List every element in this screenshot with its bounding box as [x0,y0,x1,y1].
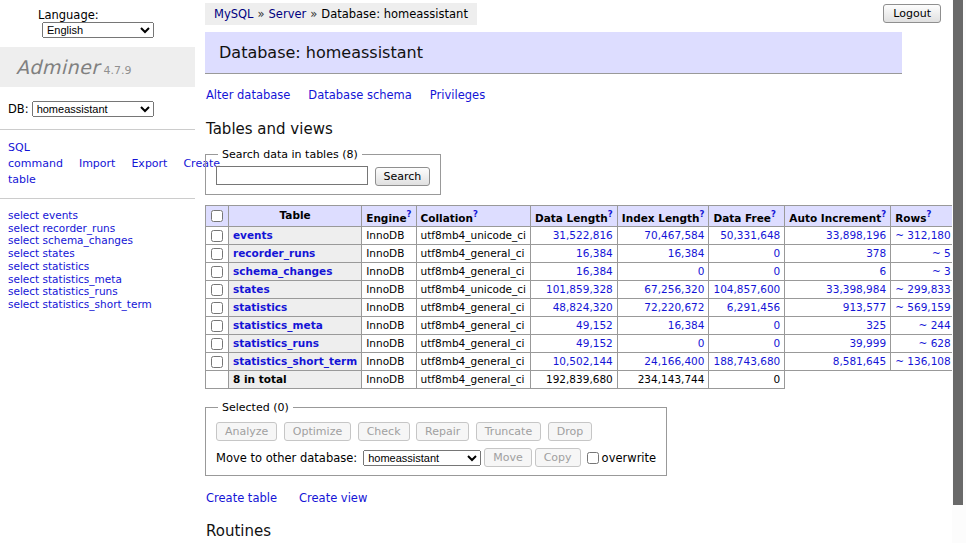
auto-increment-value[interactable]: 33,898,196 [826,229,886,241]
move-row: Move to other database: homeassistant Mo… [216,448,656,467]
row-checkbox[interactable] [211,266,223,278]
select-all-checkbox[interactable] [211,210,223,222]
data-length-value[interactable]: 101,859,328 [546,283,613,295]
auto-increment-value[interactable]: 378 [866,247,886,259]
rows-count-value[interactable]: ~ 299,833 [895,283,951,295]
check-button[interactable]: Check [358,422,410,441]
create-view-link[interactable]: Create view [299,491,367,505]
data-length-value[interactable]: 16,384 [576,265,613,277]
data-free-value[interactable]: 50,331,648 [720,229,780,241]
drop-button[interactable]: Drop [548,422,592,441]
db-select[interactable]: homeassistant [32,101,154,117]
rows-count-value[interactable]: ~ 5 [932,247,951,259]
index-length-value[interactable]: 0 [698,265,705,277]
auto-increment-value[interactable]: 33,398,984 [826,283,886,295]
help-icon[interactable]: ? [407,209,412,219]
database-schema-link[interactable]: Database schema [308,88,411,102]
import-link[interactable]: Import [79,157,116,170]
data-length-value[interactable]: 49,152 [576,337,613,349]
data-length-value[interactable]: 10,502,144 [553,355,613,367]
index-length-value[interactable]: 16,384 [668,319,705,331]
data-free-value[interactable]: 104,857,600 [713,283,780,295]
rows-count-value[interactable]: ~ 136,108 [895,355,951,367]
breadcrumb-server-link[interactable]: Server [269,7,307,21]
row-checkbox[interactable] [211,356,223,368]
truncate-button[interactable]: Truncate [476,422,541,441]
auto-increment-value[interactable]: 325 [866,319,886,331]
help-icon[interactable]: ? [881,209,886,219]
row-checkbox[interactable] [211,284,223,296]
sidebar-item-select-statistics[interactable]: select statistics [8,260,183,273]
help-icon[interactable]: ? [608,209,613,219]
sidebar-item-select-statistics-meta[interactable]: select statistics_meta [8,273,183,286]
search-button[interactable]: Search [375,167,431,186]
overwrite-checkbox[interactable] [587,452,599,464]
data-length-value[interactable]: 31,522,816 [553,229,613,241]
data-free-value[interactable]: 0 [774,265,781,277]
rows-count-value[interactable]: ~ 3 [932,265,951,277]
row-checkbox[interactable] [211,320,223,332]
help-icon[interactable]: ? [473,209,478,219]
logout-button[interactable]: Logout [883,4,941,23]
language-select[interactable]: English [42,22,154,38]
table-link[interactable]: statistics_runs [233,337,319,349]
rows-count-value[interactable]: ~ 569,159 [895,301,951,313]
auto-increment-value[interactable]: 6 [879,265,886,277]
table-link[interactable]: states [233,283,270,295]
auto-increment-value[interactable]: 39,999 [849,337,886,349]
search-input[interactable] [216,166,368,185]
index-length-value[interactable]: 72,220,672 [644,301,704,313]
sidebar-item-select-recorder-runs[interactable]: select recorder_runs [8,222,183,235]
data-free-value[interactable]: 188,743,680 [713,355,780,367]
create-table-link[interactable]: Create table [206,491,277,505]
optimize-button[interactable]: Optimize [284,422,351,441]
table-link[interactable]: statistics [233,301,287,313]
index-length-value[interactable]: 67,256,320 [644,283,704,295]
rows-count-value[interactable]: ~ 244 [919,319,951,331]
move-database-select[interactable]: homeassistant [363,450,481,466]
auto-increment-value[interactable]: 913,577 [843,301,886,313]
auto-increment-value[interactable]: 8,581,645 [833,355,886,367]
breadcrumb-server-type-link[interactable]: MySQL [214,7,254,21]
sidebar-item-select-events[interactable]: select events [8,209,183,222]
index-length-value[interactable]: 16,384 [668,247,705,259]
data-length-value[interactable]: 49,152 [576,319,613,331]
rows-count-value[interactable]: ~ 312,180 [895,229,951,241]
analyze-button[interactable]: Analyze [216,422,277,441]
sidebar-item-select-statistics-short-term[interactable]: select statistics_short_term [8,298,183,311]
data-free-value[interactable]: 6,291,456 [727,301,780,313]
move-button[interactable]: Move [484,448,532,467]
sidebar-item-select-states[interactable]: select states [8,247,183,260]
scrollbar-track[interactable] [952,0,966,543]
alter-database-link[interactable]: Alter database [206,88,290,102]
row-checkbox[interactable] [211,248,223,260]
data-free-value[interactable]: 0 [774,337,781,349]
data-free-value[interactable]: 0 [774,319,781,331]
index-length-value[interactable]: 70,467,584 [644,229,704,241]
table-link[interactable]: statistics_meta [233,319,323,331]
table-link[interactable]: statistics_short_term [233,355,357,367]
data-length-value[interactable]: 16,384 [576,247,613,259]
row-checkbox[interactable] [211,230,223,242]
sidebar-item-select-statistics-runs[interactable]: select statistics_runs [8,285,183,298]
table-link[interactable]: recorder_runs [233,247,315,259]
help-icon[interactable]: ? [700,209,705,219]
data-free-value[interactable]: 0 [774,247,781,259]
scrollbar-thumb[interactable] [953,0,963,505]
data-length-value[interactable]: 48,824,320 [553,301,613,313]
export-link[interactable]: Export [131,157,167,170]
index-length-value[interactable]: 24,166,400 [644,355,704,367]
row-checkbox[interactable] [211,302,223,314]
help-icon[interactable]: ? [926,209,931,219]
sidebar-item-select-schema-changes[interactable]: select schema_changes [8,234,183,247]
copy-button[interactable]: Copy [535,448,581,467]
index-length-value[interactable]: 0 [698,337,705,349]
row-checkbox[interactable] [211,338,223,350]
privileges-link[interactable]: Privileges [430,88,485,102]
repair-button[interactable]: Repair [416,422,469,441]
table-link[interactable]: events [233,229,273,241]
table-link[interactable]: schema_changes [233,265,333,277]
sql-command-link[interactable]: SQL command [8,141,63,170]
help-icon[interactable]: ? [771,209,776,219]
rows-count-value[interactable]: ~ 628 [919,337,951,349]
